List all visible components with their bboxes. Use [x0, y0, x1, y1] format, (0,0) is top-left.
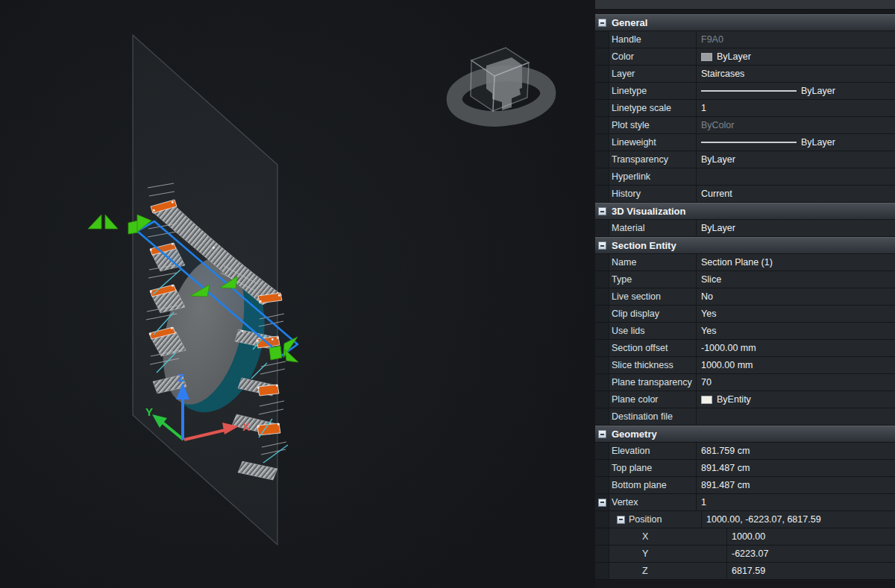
property-value-cell[interactable]: ByLayer — [696, 151, 895, 168]
property-row-hyperlink[interactable]: Hyperlink — [595, 168, 895, 186]
property-value[interactable]: Section Plane (1) — [701, 257, 773, 268]
property-value[interactable]: ByColor — [701, 120, 734, 130]
property-row-name[interactable]: NameSection Plane (1) — [595, 254, 895, 271]
property-row-x[interactable]: X1000.00 — [595, 528, 895, 546]
property-value-cell[interactable]: Staircases — [696, 66, 895, 82]
property-row-vertex[interactable]: Vertex1 — [595, 494, 895, 511]
property-row-use-lids[interactable]: Use lidsYes — [595, 323, 895, 340]
property-value-cell[interactable]: ByLayer — [696, 83, 895, 99]
property-row-history[interactable]: HistoryCurrent — [595, 186, 895, 203]
property-value-cell[interactable]: -1000.00 mm — [696, 340, 895, 356]
collapse-icon[interactable] — [598, 499, 606, 507]
property-value[interactable]: ByLayer — [717, 51, 751, 62]
collapse-icon[interactable] — [598, 241, 606, 250]
property-value-cell[interactable] — [696, 168, 895, 185]
property-value-cell[interactable]: Section Plane (1) — [696, 254, 895, 271]
property-value-cell[interactable]: 1 — [696, 494, 895, 510]
property-value[interactable]: ByEntity — [717, 394, 751, 405]
property-value[interactable]: -1000.00 mm — [701, 343, 756, 353]
property-row-y[interactable]: Y-6223.07 — [595, 546, 895, 563]
property-row-transparency[interactable]: TransparencyByLayer — [595, 151, 895, 168]
collapse-icon[interactable] — [617, 516, 625, 524]
property-value[interactable]: Yes — [701, 309, 716, 319]
property-value-cell[interactable]: 681.759 cm — [696, 443, 895, 459]
section-grip-square-right[interactable] — [269, 346, 282, 360]
property-value[interactable]: No — [701, 291, 713, 302]
property-row-live-section[interactable]: Live sectionNo — [595, 288, 895, 306]
property-value[interactable]: ByLayer — [701, 154, 735, 165]
property-value-cell[interactable]: 1000.00, -6223.07, 6817.59 — [701, 511, 895, 528]
property-value-cell[interactable]: 891.487 cm — [696, 477, 895, 493]
category-row-geometry[interactable]: Geometry — [595, 426, 895, 443]
property-row-handle[interactable]: HandleF9A0 — [595, 31, 895, 48]
property-value[interactable]: 1000.00, -6223.07, 6817.59 — [706, 514, 821, 525]
collapse-icon[interactable] — [598, 19, 606, 27]
property-value[interactable]: ByLayer — [801, 137, 835, 148]
property-value-cell[interactable]: Yes — [696, 323, 895, 339]
property-row-bottom-plane[interactable]: Bottom plane891.487 cm — [595, 477, 895, 494]
category-row-general[interactable]: General — [595, 14, 895, 31]
property-row-plane-color[interactable]: Plane colorByEntity — [595, 391, 895, 408]
property-value[interactable]: -6223.07 — [732, 549, 768, 559]
property-row-z[interactable]: Z6817.59 — [595, 563, 895, 580]
property-value-cell[interactable]: 891.487 cm — [696, 460, 895, 476]
property-row-slice-thickness[interactable]: Slice thickness1000.00 mm — [595, 357, 895, 374]
property-value-cell[interactable]: ByColor — [696, 117, 895, 133]
property-value-cell[interactable]: F9A0 — [696, 31, 895, 48]
property-value[interactable]: 1 — [701, 497, 706, 508]
property-row-lineweight[interactable]: LineweightByLayer — [595, 134, 895, 151]
collapse-icon[interactable] — [598, 207, 606, 215]
property-row-clip-display[interactable]: Clip displayYes — [595, 306, 895, 323]
property-value-cell[interactable]: 1000.00 mm — [696, 357, 895, 373]
property-value[interactable]: 1000.00 mm — [701, 360, 753, 370]
property-value-cell[interactable]: 70 — [696, 374, 895, 391]
property-row-plane-transparency[interactable]: Plane transparency70 — [595, 374, 895, 391]
property-value-cell[interactable]: ByLayer — [696, 48, 895, 65]
model-viewport[interactable]: Y X Z — [0, 0, 595, 588]
property-value[interactable]: Slice — [701, 274, 721, 285]
property-value-cell[interactable]: Yes — [696, 306, 895, 322]
property-value-cell[interactable]: Current — [696, 186, 895, 202]
property-row-top-plane[interactable]: Top plane891.487 cm — [595, 460, 895, 477]
property-value-cell[interactable]: -6223.07 — [726, 546, 895, 562]
color-swatch[interactable] — [701, 396, 712, 404]
category-row-3d-visualization[interactable]: 3D Visualization — [595, 203, 895, 220]
property-row-linetype[interactable]: LinetypeByLayer — [595, 83, 895, 100]
property-value-cell[interactable]: ByEntity — [696, 391, 895, 408]
property-value[interactable]: 1000.00 — [732, 531, 765, 542]
property-row-elevation[interactable]: Elevation681.759 cm — [595, 443, 895, 460]
property-value[interactable]: 70 — [701, 377, 712, 388]
property-value[interactable]: ByLayer — [801, 86, 835, 96]
property-value-cell[interactable]: ByLayer — [696, 220, 895, 236]
property-value-cell[interactable] — [696, 408, 895, 425]
property-value-cell[interactable]: 6817.59 — [726, 563, 895, 579]
property-value[interactable]: Yes — [701, 326, 716, 336]
property-value-cell[interactable]: No — [696, 288, 895, 305]
property-row-material[interactable]: MaterialByLayer — [595, 220, 895, 237]
property-value[interactable]: 681.759 cm — [701, 446, 750, 456]
property-value[interactable]: 891.487 cm — [701, 463, 750, 473]
property-value[interactable]: 6817.59 — [732, 566, 765, 576]
collapse-icon[interactable] — [598, 430, 606, 438]
property-row-plot-style[interactable]: Plot styleByColor — [595, 117, 895, 134]
property-value-cell[interactable]: ByLayer — [696, 134, 895, 151]
property-row-position[interactable]: Position1000.00, -6223.07, 6817.59 — [595, 511, 895, 528]
property-value[interactable]: Current — [701, 189, 732, 199]
property-value[interactable]: ByLayer — [701, 223, 735, 233]
property-value[interactable]: F9A0 — [701, 34, 723, 45]
section-grip-square-left[interactable] — [128, 221, 138, 234]
property-value[interactable]: 891.487 cm — [701, 480, 750, 490]
category-row-section-entity[interactable]: Section Entity — [595, 237, 895, 254]
property-value-cell[interactable]: 1000.00 — [726, 528, 895, 545]
property-row-color[interactable]: ColorByLayer — [595, 48, 895, 66]
property-row-linetype-scale[interactable]: Linetype scale1 — [595, 100, 895, 117]
property-value-cell[interactable]: Slice — [696, 271, 895, 288]
property-row-section-offset[interactable]: Section offset-1000.00 mm — [595, 340, 895, 357]
property-row-destination-file[interactable]: Destination file — [595, 408, 895, 426]
property-row-type[interactable]: TypeSlice — [595, 271, 895, 288]
property-value-cell[interactable]: 1 — [696, 100, 895, 116]
property-row-layer[interactable]: LayerStaircases — [595, 66, 895, 83]
property-value[interactable]: 1 — [701, 103, 706, 113]
property-value[interactable]: Staircases — [701, 69, 744, 79]
color-swatch[interactable] — [701, 53, 712, 61]
